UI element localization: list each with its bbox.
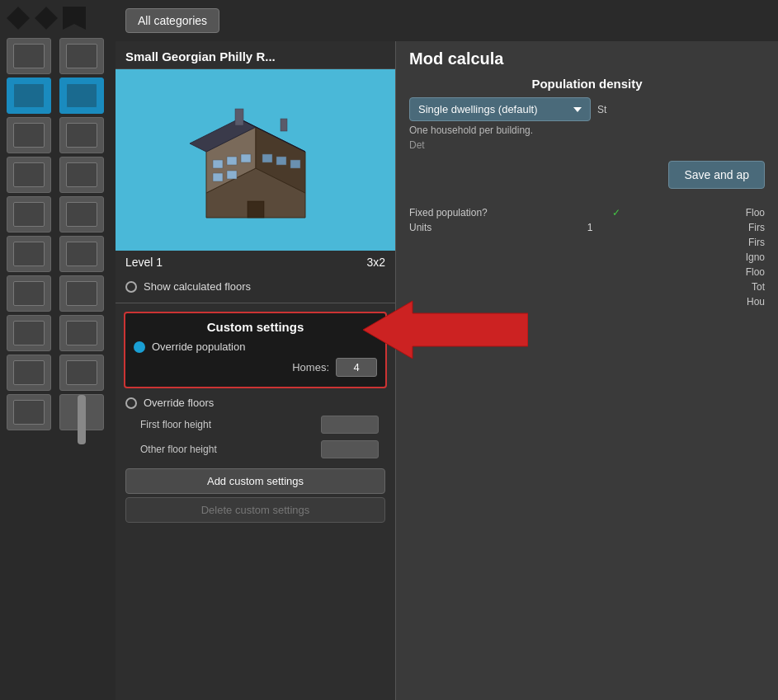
stat-label-floo2: Floo <box>746 266 765 278</box>
homes-input[interactable] <box>336 358 377 377</box>
stat-row-4: Igno <box>409 250 765 265</box>
sidebar-item-6[interactable] <box>59 117 104 153</box>
sidebar-item-2[interactable] <box>59 38 104 74</box>
sidebar-item-8[interactable] <box>59 157 104 193</box>
override-floors-label: Override floors <box>144 397 214 409</box>
stat-label-units: Units <box>409 222 431 233</box>
diamond-icon-1[interactable] <box>7 7 30 30</box>
sidebar-item-inner-7 <box>13 162 45 187</box>
stat-row-3: Firs <box>409 235 765 250</box>
sidebar-item-inner-13 <box>13 281 45 306</box>
sidebar-item-inner-5 <box>13 123 45 148</box>
sidebar-item-11[interactable] <box>7 236 51 272</box>
other-floor-height-label: Other floor height <box>140 444 217 455</box>
sidebar-item-16[interactable] <box>59 315 104 351</box>
svg-rect-11 <box>276 157 286 165</box>
sidebar-item-inner-12 <box>66 242 97 266</box>
sidebar-item-inner-6 <box>66 123 97 148</box>
save-apply-button[interactable]: Save and ap <box>668 161 765 189</box>
sidebar-item-5[interactable] <box>7 117 51 153</box>
stat-label-tot: Tot <box>752 281 765 293</box>
sidebar-item-inner-19 <box>13 400 45 425</box>
sidebar-item-12[interactable] <box>59 236 104 272</box>
sidebar-item-9[interactable] <box>7 196 51 233</box>
sidebar-item-inner-18 <box>66 360 97 385</box>
sidebar-item-19[interactable] <box>7 394 51 430</box>
custom-settings-title: Custom settings <box>134 320 377 334</box>
svg-rect-10 <box>262 154 272 162</box>
building-panel: Small Georgian Philly R... <box>116 41 396 700</box>
show-floors-label: Show calculated floors <box>144 280 251 293</box>
override-population-label: Override population <box>152 341 245 353</box>
svg-rect-12 <box>290 160 300 168</box>
svg-rect-13 <box>248 201 264 218</box>
override-floors-row[interactable]: Override floors <box>116 393 395 412</box>
add-custom-settings-button[interactable]: Add custom settings <box>125 468 385 494</box>
building-title: Small Georgian Philly R... <box>116 41 395 69</box>
delete-custom-settings-button[interactable]: Delete custom settings <box>125 497 385 523</box>
sidebar-item-13[interactable] <box>7 275 51 312</box>
sidebar-item-inner-15 <box>13 321 45 345</box>
sidebar-item-14[interactable] <box>59 275 104 312</box>
other-floor-height-row: Other floor height <box>116 437 395 462</box>
sidebar-item-18[interactable] <box>59 355 104 391</box>
sidebar-item-inner-10 <box>66 202 97 227</box>
show-floors-radio[interactable] <box>125 281 137 293</box>
right-panel: Mod calcula Population density Single dw… <box>396 41 778 700</box>
override-population-radio[interactable] <box>134 341 145 353</box>
stat-value-fixed-pop: ✓ <box>612 207 620 218</box>
scrollbar-thumb[interactable] <box>78 395 86 444</box>
stat-row-6: Tot <box>409 280 765 294</box>
first-floor-height-input[interactable] <box>321 416 379 434</box>
sidebar-item-17[interactable] <box>7 355 51 391</box>
svg-rect-15 <box>281 119 287 131</box>
homes-label: Homes: <box>292 361 329 373</box>
bookmark-icon[interactable] <box>63 7 86 30</box>
building-footer: Level 1 3x2 <box>116 251 395 274</box>
svg-rect-8 <box>213 173 223 181</box>
sidebar-top-icons <box>7 7 109 30</box>
sidebar-item-1[interactable] <box>7 38 51 74</box>
building-image <box>173 86 338 234</box>
sidebar-item-10[interactable] <box>59 196 104 233</box>
diamond-icon-2[interactable] <box>35 7 58 30</box>
other-floor-height-input[interactable] <box>321 440 379 458</box>
svg-rect-6 <box>227 157 237 165</box>
sidebar-item-inner-2 <box>66 44 97 68</box>
building-image-area <box>116 69 395 251</box>
density-dropdown-row: Single dwellings (default) St <box>409 97 765 121</box>
sidebar-item-4[interactable] <box>59 78 104 114</box>
sidebar-grid <box>7 38 109 430</box>
density-dropdown[interactable]: Single dwellings (default) <box>409 97 591 121</box>
main-area: Small Georgian Philly R... <box>116 41 778 700</box>
st-label: St <box>597 104 606 115</box>
stat-label-hou: Hou <box>747 296 765 308</box>
det-label: Det <box>409 139 765 151</box>
sidebar-item-inner-14 <box>66 281 97 306</box>
sidebar-item-inner-3 <box>13 83 45 108</box>
sidebar-item-inner-4 <box>66 83 97 108</box>
stat-row-units: Units 1 Firs <box>409 220 765 235</box>
sidebar-item-20[interactable] <box>59 394 104 430</box>
show-floors-row[interactable]: Show calculated floors <box>116 274 395 299</box>
svg-rect-5 <box>213 160 223 168</box>
svg-rect-14 <box>235 109 243 125</box>
all-categories-button[interactable]: All categories <box>125 8 219 33</box>
sidebar-item-inner-9 <box>13 202 45 227</box>
override-floors-radio[interactable] <box>125 397 137 409</box>
stat-label-firs2: Firs <box>748 237 765 248</box>
sidebar-item-15[interactable] <box>7 315 51 351</box>
dropdown-label: Single dwellings (default) <box>418 103 538 115</box>
building-level: Level 1 <box>125 256 163 269</box>
sidebar-item-3[interactable] <box>7 78 51 114</box>
first-floor-height-row: First floor height <box>116 412 395 437</box>
override-population-row[interactable]: Override population <box>134 341 377 353</box>
sidebar-item-inner-17 <box>13 360 45 385</box>
stat-value-units: 1 <box>587 222 593 233</box>
sidebar-item-7[interactable] <box>7 157 51 193</box>
stat-label-firs1: Firs <box>748 222 765 233</box>
stat-row-fixed-pop: Fixed population? ✓ Floo <box>409 205 765 220</box>
svg-rect-7 <box>241 154 251 162</box>
sidebar-item-inner-1 <box>13 44 45 68</box>
stats-table: Fixed population? ✓ Floo Units 1 Firs Fi… <box>409 205 765 309</box>
